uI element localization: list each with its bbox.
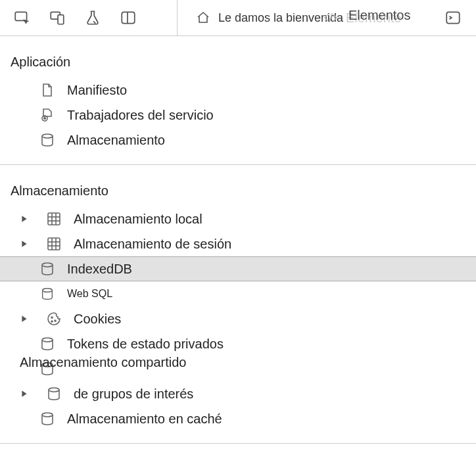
grid-icon <box>46 211 62 227</box>
database-icon <box>39 132 55 148</box>
tree-item-storage[interactable]: Almacenamiento <box>0 128 476 153</box>
svg-rect-2 <box>58 15 64 24</box>
svg-rect-0 <box>15 12 26 20</box>
database-icon <box>39 286 55 302</box>
tree-item-private-state-tokens[interactable]: Tokens de estado privados <box>0 331 476 356</box>
code-icon <box>322 9 339 26</box>
tree-item-local-storage[interactable]: Almacenamiento local <box>0 206 476 231</box>
svg-rect-9 <box>48 213 60 225</box>
svg-rect-3 <box>122 12 135 23</box>
tree-item-indexeddb[interactable]: IndexedDB <box>0 256 476 281</box>
database-icon <box>39 411 55 427</box>
svg-point-20 <box>43 289 53 293</box>
tree-label: Almacenamiento en caché <box>67 412 222 427</box>
flask-icon[interactable] <box>84 9 101 26</box>
svg-rect-5 <box>446 12 460 23</box>
svg-point-27 <box>42 413 53 417</box>
grid-icon <box>46 236 62 252</box>
tree-label: Almacenamiento compartido <box>20 355 186 370</box>
tree-label: Tokens de estado privados <box>67 337 224 352</box>
svg-rect-14 <box>48 238 60 250</box>
panel-layout-icon[interactable] <box>120 9 137 26</box>
tree-item-manifest[interactable]: Manifiesto <box>0 78 476 103</box>
inspect-icon[interactable] <box>13 9 30 26</box>
tree-item-shared-storage[interactable]: Almacenamiento compartido <box>0 356 476 381</box>
svg-point-22 <box>55 320 56 321</box>
database-icon <box>39 336 55 352</box>
svg-point-19 <box>42 263 53 267</box>
tree-label: Manifiesto <box>67 83 127 98</box>
svg-point-7 <box>44 118 45 119</box>
tree-item-cache-storage[interactable]: Almacenamiento en caché <box>0 406 476 431</box>
svg-point-24 <box>42 338 53 342</box>
expander-icon[interactable] <box>20 314 29 323</box>
section-application-header: Aplicación <box>0 55 476 70</box>
tree-label: Trabajadores del servicio <box>67 108 214 123</box>
svg-point-21 <box>51 317 53 318</box>
tree-item-interest-groups[interactable]: de grupos de interés <box>0 381 476 406</box>
gear-badge-icon <box>39 107 55 123</box>
svg-point-26 <box>49 388 59 392</box>
tree-label: Almacenamiento de sesión <box>74 237 231 252</box>
expander-icon[interactable] <box>20 214 29 224</box>
tree-label: Cookies <box>74 312 121 327</box>
tab-elements-label[interactable]: Elementos <box>348 8 411 23</box>
file-icon <box>39 82 55 98</box>
devtools-toolbar: Le damos la bienvenida Elemente Elemento… <box>0 0 476 36</box>
database-icon <box>39 261 55 277</box>
tab-welcome[interactable]: Le damos la bienvenida <box>195 9 343 26</box>
device-toggle-icon[interactable] <box>49 9 66 26</box>
cookie-icon <box>46 311 62 327</box>
console-icon[interactable] <box>444 9 462 26</box>
section-divider <box>0 443 476 444</box>
section-storage-header: Almacenamiento <box>0 183 476 199</box>
tree-label: de grupos de interés <box>74 387 193 402</box>
tree-label: IndexedDB <box>67 262 132 277</box>
application-panel: Aplicación Manifiesto Trabajadores del s… <box>0 36 476 444</box>
svg-point-8 <box>42 134 53 138</box>
tree-label: Web SQL <box>67 288 112 300</box>
tree-label: Almacenamiento <box>67 133 165 148</box>
home-icon <box>195 9 212 26</box>
tree-item-cookies[interactable]: Cookies <box>0 306 476 331</box>
database-icon <box>46 386 62 402</box>
tree-item-websql[interactable]: Web SQL <box>0 281 476 306</box>
svg-point-23 <box>51 321 53 322</box>
section-divider <box>0 164 476 165</box>
toolbar-tabs: Le damos la bienvenida Elemente Elemento… <box>178 0 476 35</box>
tree-label: Almacenamiento local <box>74 212 202 227</box>
expander-icon[interactable] <box>20 389 29 398</box>
tree-item-session-storage[interactable]: Almacenamiento de sesión <box>0 231 476 256</box>
expander-icon[interactable] <box>20 239 29 248</box>
toolbar-left-group <box>0 0 178 35</box>
tree-item-service-workers[interactable]: Trabajadores del servicio <box>0 103 476 128</box>
